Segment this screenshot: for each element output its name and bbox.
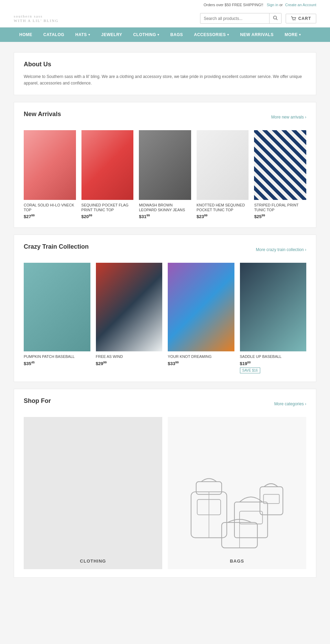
header-right: CART (200, 13, 316, 24)
new-arrivals-grid: CORAL SOLID HI-LO VNECK TOP $2799 Sequin… (24, 130, 306, 219)
clothing-chevron: ▾ (157, 33, 160, 36)
nav-catalog[interactable]: CATALOG (38, 27, 70, 42)
about-text: Welcome to Southern sass with a lil' bli… (24, 74, 306, 87)
product-card[interactable]: SADDLE UP BASEBALL $1900 SAVE $16 (240, 263, 307, 373)
save-badge: SAVE $16 (240, 368, 260, 373)
product-card[interactable]: MIDWASH BROWN LEOPARD SKINNY JEANS $3199 (139, 130, 191, 219)
search-input[interactable] (200, 14, 269, 23)
product-image (197, 130, 249, 200)
product-image (24, 130, 76, 200)
logo-line1: southern sass (14, 14, 58, 18)
logo[interactable]: southern sass WITH A LIL' BLING (14, 14, 58, 22)
nav-clothing[interactable]: CLOTHING ▾ (128, 27, 165, 42)
nav-bags[interactable]: BAGS (165, 27, 189, 42)
product-card[interactable]: PUMPKIN PATCH BASEBALL $3545 (24, 263, 90, 373)
bags-illustration (186, 451, 288, 564)
product-image (240, 263, 307, 351)
product-name: Striped Floral Print Tunic Top (254, 203, 306, 213)
product-image (24, 263, 90, 351)
product-price: $2599 (254, 214, 306, 219)
product-name: Knotted Hem Sequined Pocket Tunic Top (197, 203, 249, 213)
crazy-train-section: Crazy Train Collection More crazy train … (14, 235, 316, 382)
product-name: Your Knot Dreaming (168, 354, 234, 359)
logo-line2: WITH A LIL' BLING (14, 19, 58, 23)
product-price: $3199 (139, 214, 191, 219)
cart-icon (291, 16, 296, 21)
svg-line-1 (276, 19, 277, 20)
nav-hats[interactable]: HATS ▾ (70, 27, 96, 42)
product-card[interactable]: Knotted Hem Sequined Pocket Tunic Top $2… (197, 130, 249, 219)
product-name: Free As Wind (96, 354, 163, 359)
product-price: $2099 (81, 214, 134, 219)
new-arrivals-header: New Arrivals More new arrivals › (24, 111, 306, 123)
crazy-train-header: Crazy Train Collection More crazy train … (24, 243, 306, 256)
header: southern sass WITH A LIL' BLING CART (0, 10, 330, 27)
crazy-train-title: Crazy Train Collection (24, 243, 89, 250)
product-price: $1900 (240, 361, 307, 366)
nav-home[interactable]: HOME (14, 27, 38, 42)
cart-button[interactable]: CART (286, 14, 316, 23)
or-text: or (279, 3, 283, 7)
product-price: $2999 (96, 361, 163, 366)
product-card[interactable]: Sequined Pocket Flag Print Tunic Top $20… (81, 130, 134, 219)
shop-category-clothing[interactable]: CLOTHING (24, 417, 162, 569)
crazy-train-grid: PUMPKIN PATCH BASEBALL $3545 Free As Win… (24, 263, 306, 373)
accessories-chevron: ▾ (227, 33, 229, 36)
about-section: About Us Welcome to Southern sass with a… (14, 52, 316, 95)
svg-point-2 (293, 20, 294, 21)
navigation: HOME CATALOG HATS ▾ JEWELRY CLOTHING ▾ B… (0, 27, 330, 42)
product-image (139, 130, 191, 200)
search-box (200, 13, 282, 24)
signin-link[interactable]: Sign in (267, 3, 278, 7)
shop-for-title: Shop For (24, 397, 51, 405)
more-crazy-train-link[interactable]: More crazy train collection › (256, 247, 306, 252)
product-price: $3545 (24, 361, 90, 366)
new-arrivals-section: New Arrivals More new arrivals › CORAL S… (14, 102, 316, 228)
product-image (168, 263, 234, 351)
more-new-arrivals-link[interactable]: More new arrivals › (271, 115, 306, 120)
svg-point-0 (273, 16, 276, 19)
about-title: About Us (24, 61, 306, 68)
product-price: $2399 (197, 214, 249, 219)
search-icon (273, 15, 278, 20)
product-name: MIDWASH BROWN LEOPARD SKINNY JEANS (139, 203, 191, 213)
product-card[interactable]: Free As Wind $2999 (96, 263, 163, 373)
bags-category-label: BAGS (230, 558, 244, 564)
product-image (81, 130, 134, 200)
more-chevron: ▾ (299, 33, 301, 36)
more-categories-link[interactable]: More categories › (274, 402, 306, 406)
product-price: $3399 (168, 361, 234, 366)
cart-label: CART (298, 16, 311, 21)
product-image (96, 263, 163, 351)
nav-new-arrivals[interactable]: NEW ARRIVALS (235, 27, 279, 42)
shop-for-header: Shop For More categories › (24, 397, 306, 410)
product-image (254, 130, 306, 200)
top-bar: Orders over $50 FREE SHIPPING!! Sign in … (0, 0, 330, 10)
hats-chevron: ▾ (88, 33, 90, 36)
svg-point-3 (295, 20, 295, 21)
shop-grid: CLOTHING (24, 417, 306, 569)
shipping-text: Orders over $50 FREE SHIPPING!! (204, 3, 263, 7)
shop-for-section: Shop For More categories › CLOTHING (14, 389, 316, 578)
nav-jewelry[interactable]: JEWELRY (96, 27, 128, 42)
product-card[interactable]: Your Knot Dreaming $3399 (168, 263, 234, 373)
clothing-category-label: CLOTHING (80, 558, 106, 564)
product-card[interactable]: CORAL SOLID HI-LO VNECK TOP $2799 (24, 130, 76, 219)
product-name: CORAL SOLID HI-LO VNECK TOP (24, 203, 76, 213)
shop-category-bags[interactable]: BAGS (168, 417, 306, 569)
nav-more[interactable]: MORE ▾ (279, 27, 307, 42)
product-name: Sequined Pocket Flag Print Tunic Top (81, 203, 134, 213)
create-account-link[interactable]: Create an Account (285, 3, 316, 7)
nav-accessories[interactable]: ACCESSORIES ▾ (188, 27, 234, 42)
product-name: PUMPKIN PATCH BASEBALL (24, 354, 90, 359)
new-arrivals-title: New Arrivals (24, 111, 61, 118)
product-card[interactable]: Striped Floral Print Tunic Top $2599 (254, 130, 306, 219)
product-name: SADDLE UP BASEBALL (240, 354, 307, 359)
search-button[interactable] (269, 13, 281, 23)
main-content: About Us Welcome to Southern sass with a… (0, 42, 330, 595)
product-price: $2799 (24, 214, 76, 219)
